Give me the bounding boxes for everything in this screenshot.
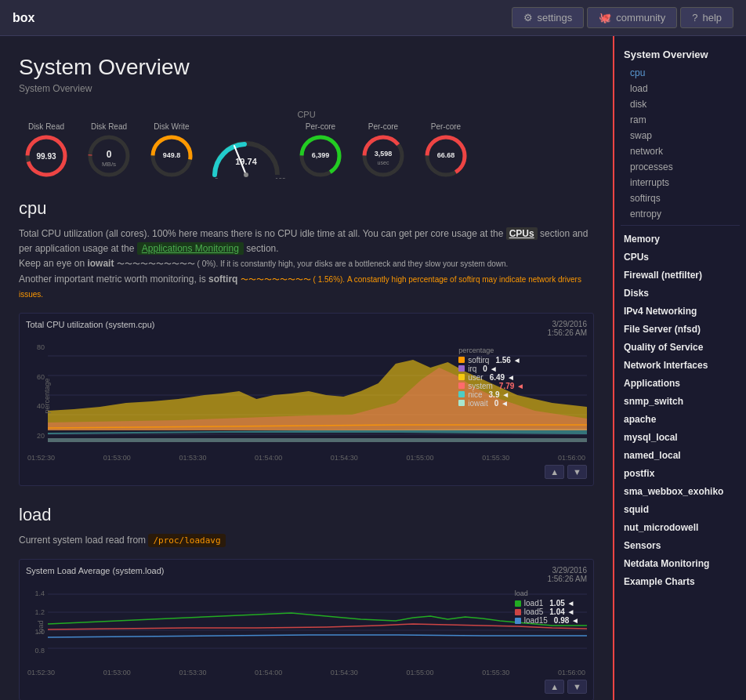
app-monitoring-link[interactable]: Applications Monitoring	[137, 242, 244, 255]
svg-text:19.74: 19.74	[235, 157, 257, 166]
load-chart: System Load Average (system.load) 3/29/2…	[19, 559, 594, 700]
gauge-6-svg: 3,598 usec	[360, 132, 407, 180]
sidebar-group-apache[interactable]: apache	[614, 409, 746, 427]
load-description: Current system load read from /proc/load…	[19, 533, 594, 548]
gauge-3-svg: 949.8	[148, 132, 195, 180]
legend-softirq: softirq1.56 ◄	[458, 356, 524, 365]
load-section-title: load	[19, 505, 594, 525]
gauge-5-label: Per-core	[306, 122, 335, 131]
sidebar-group-firewall[interactable]: Firewall (netfilter)	[614, 265, 746, 283]
load-chart-header: System Load Average (system.load) 3/29/2…	[26, 566, 587, 583]
sidebar-group-postfix[interactable]: postfix	[614, 463, 746, 481]
legend-nice: nice3.9 ◄	[458, 390, 524, 399]
cpu-gauges-row: Disk Read 99.93 Disk Read 0 MB/s	[19, 122, 594, 180]
svg-marker-30	[48, 438, 587, 442]
load-chart-svg	[48, 586, 587, 665]
load-chart-body: 1.4 1.2 1.0 0.8 load	[26, 586, 587, 667]
sidebar-divider-1	[621, 225, 740, 226]
gauge-5: Per-core 6,399	[293, 122, 348, 180]
community-link[interactable]: 🐙 community	[587, 7, 677, 28]
sidebar-main-title[interactable]: System Overview	[614, 44, 746, 65]
sidebar-item-load[interactable]: load	[614, 81, 746, 96]
cpu-description: Total CPU utilization (all cores). 100% …	[19, 227, 594, 302]
sidebar-item-disk[interactable]: disk	[614, 96, 746, 112]
brand-logo: box	[13, 11, 512, 25]
svg-text:3,598: 3,598	[375, 150, 393, 158]
svg-text:100: 100	[275, 176, 285, 179]
cpu-chart-area: percentage	[48, 340, 587, 452]
sidebar-item-ram[interactable]: ram	[614, 112, 746, 128]
cpu-gauge-section-label: CPU	[19, 110, 594, 119]
cpu-chart: Total CPU utilization (system.cpu) 3/29/…	[19, 313, 594, 486]
sidebar-item-softirqs[interactable]: softirqs	[614, 190, 746, 206]
cpu-chart-header: Total CPU utilization (system.cpu) 3/29/…	[26, 320, 587, 337]
gauge-2: Disk Read 0 MB/s	[81, 122, 136, 180]
svg-text:6,399: 6,399	[312, 151, 330, 159]
cpu-x-labels: 01:52:30 01:53:00 01:53:30 01:54:00 01:5…	[26, 454, 587, 462]
gauge-5-svg: 6,399	[297, 132, 344, 180]
gauge-6-label: Per-core	[368, 122, 398, 131]
load-chart-controls: ▲ ▼	[26, 680, 587, 694]
svg-text:949.8: 949.8	[163, 151, 181, 159]
load-chart-title: System Load Average (system.load)	[26, 566, 165, 575]
svg-point-11	[244, 172, 248, 177]
sidebar-group-ipv4[interactable]: IPv4 Networking	[614, 301, 746, 319]
sidebar-group-sma[interactable]: sma_webbox_exohiko	[614, 481, 746, 499]
right-sidebar: System Overview cpu load disk ram swap n…	[613, 36, 746, 700]
main-content: System Overview System Overview CPU Disk…	[0, 36, 613, 700]
cpu-chart-title: Total CPU utilization (system.cpu)	[26, 320, 154, 329]
gauge-7-label: Per-core	[431, 122, 461, 131]
sidebar-group-nut[interactable]: nut_microdowell	[614, 517, 746, 535]
gauge-3-label: Disk Write	[154, 122, 189, 131]
gauge-2-svg: 0 MB/s	[85, 132, 132, 180]
sidebar-group-named[interactable]: named_local	[614, 445, 746, 463]
cpu-y-label: percentage	[43, 379, 51, 414]
page-title: System Overview	[19, 55, 594, 80]
sidebar-item-swap[interactable]: swap	[614, 128, 746, 143]
svg-text:0: 0	[215, 176, 219, 179]
sidebar-group-netdata[interactable]: Netdata Monitoring	[614, 553, 746, 571]
loadavg-code: /proc/loadavg	[148, 534, 225, 547]
sidebar-group-mysql[interactable]: mysql_local	[614, 427, 746, 445]
cpu-chart-controls: ▲ ▼	[26, 465, 587, 479]
sidebar-item-processes[interactable]: processes	[614, 159, 746, 175]
gauge-tacho: 0 100 19.74	[207, 124, 285, 179]
gauge-2-label: Disk Read	[91, 122, 127, 131]
sidebar-group-disks[interactable]: Disks	[614, 283, 746, 301]
settings-link[interactable]: ⚙ settings	[512, 7, 585, 28]
gauge-1-label: Disk Read	[28, 122, 64, 131]
help-link[interactable]: ? help	[680, 7, 733, 28]
sidebar-item-interrupts[interactable]: interrupts	[614, 175, 746, 190]
cpu-chart-legend: percentage softirq1.56 ◄ irq0 ◄ user6.49…	[458, 346, 524, 408]
sidebar-group-nfsd[interactable]: File Server (nfsd)	[614, 319, 746, 337]
cpu-chart-up[interactable]: ▲	[545, 465, 564, 479]
sidebar-group-netif[interactable]: Network Interfaces	[614, 355, 746, 373]
sidebar-group-example[interactable]: Example Charts	[614, 571, 746, 589]
sidebar-group-memory[interactable]: Memory	[614, 229, 746, 247]
sidebar-item-network[interactable]: network	[614, 143, 746, 159]
nav-links: ⚙ settings 🐙 community ? help	[512, 7, 733, 28]
load-chart-up[interactable]: ▲	[545, 680, 564, 694]
sidebar-group-sensors[interactable]: Sensors	[614, 535, 746, 553]
top-navigation: box ⚙ settings 🐙 community ? help	[0, 0, 746, 36]
legend-load1: load11.05 ◄	[515, 599, 579, 608]
sidebar-group-qos[interactable]: Quality of Service	[614, 337, 746, 355]
sidebar-item-cpu[interactable]: cpu	[614, 65, 746, 81]
cpu-section-title: cpu	[19, 198, 594, 219]
cpus-link[interactable]: CPUs	[506, 227, 538, 240]
legend-load5: load51.04 ◄	[515, 608, 579, 616]
legend-iowait: iowait0 ◄	[458, 399, 524, 408]
sidebar-group-squid[interactable]: squid	[614, 499, 746, 517]
legend-irq: irq0 ◄	[458, 365, 524, 373]
load-chart-down[interactable]: ▼	[567, 680, 587, 694]
sidebar-group-snmp[interactable]: snmp_switch	[614, 391, 746, 409]
sidebar-item-entropy[interactable]: entropy	[614, 206, 746, 222]
load-chart-legend: load load11.05 ◄ load51.04 ◄ load150.98 …	[515, 589, 579, 625]
sidebar-group-cpus[interactable]: CPUs	[614, 247, 746, 265]
sidebar-group-applications[interactable]: Applications	[614, 373, 746, 391]
svg-text:MB/s: MB/s	[102, 161, 116, 168]
cpu-chart-down[interactable]: ▼	[567, 465, 587, 479]
svg-text:0: 0	[107, 149, 112, 160]
gauge-7: Per-core 66.68	[418, 122, 473, 180]
svg-text:usec: usec	[378, 160, 389, 165]
